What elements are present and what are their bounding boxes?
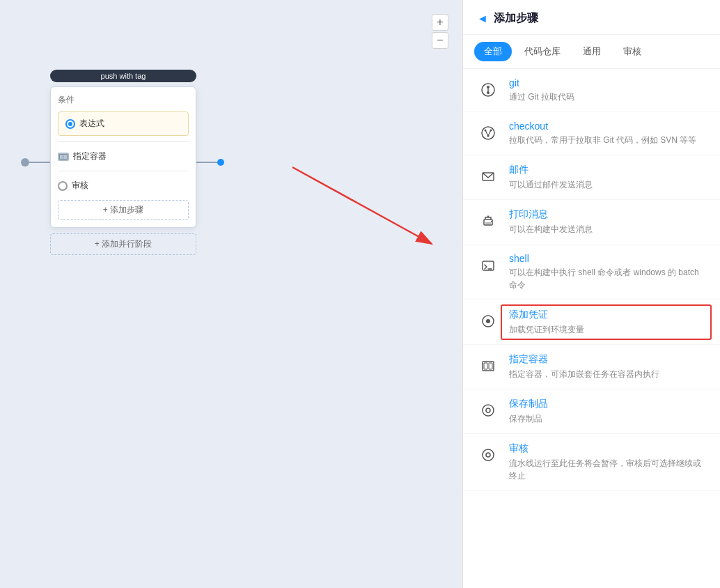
card-header: 条件 [58, 94, 189, 106]
step-desc-print: 可以在构建中发送消息 [509, 223, 706, 235]
svg-rect-1 [60, 155, 63, 159]
filter-tabs: 全部代码仓库通用审核 [463, 35, 720, 69]
add-stage-button[interactable]: + 添加并行阶段 [50, 233, 196, 255]
zoom-in-button[interactable]: + [432, 14, 448, 31]
svg-point-28 [486, 453, 490, 457]
step-name-credential: 添加凭证 [509, 309, 706, 321]
step-item-shell[interactable]: shell可以在构建中执行 shell 命令或者 windows 的 batch… [463, 245, 720, 300]
step-name-container: 指定容器 [509, 353, 706, 366]
step-name-print: 打印消息 [509, 208, 706, 221]
step-info-container: 指定容器指定容器，可添加嵌套任务在容器内执行 [509, 353, 706, 380]
step-icon-print [477, 210, 499, 232]
condition-section: 表达式 [58, 111, 189, 136]
zoom-controls: + − [432, 14, 448, 49]
svg-rect-23 [484, 363, 487, 369]
zoom-out-button[interactable]: − [432, 32, 448, 49]
svg-point-26 [486, 408, 490, 412]
step-name-mail: 邮件 [509, 164, 706, 176]
step-info-git: git通过 Git 拉取代码 [509, 77, 706, 103]
step-item-credential[interactable]: 添加凭证加载凭证到环境变量 [463, 300, 720, 345]
step-desc-container: 指定容器，可添加嵌套任务在容器内执行 [509, 368, 706, 380]
audit-label: 审核 [72, 180, 88, 192]
condition-item: 表达式 [65, 118, 181, 130]
svg-point-6 [487, 91, 490, 94]
tab-code-repo[interactable]: 代码仓库 [515, 42, 570, 61]
step-name-shell: shell [509, 253, 706, 264]
step-desc-git: 通过 Git 拉取代码 [509, 91, 706, 103]
tab-general[interactable]: 通用 [573, 42, 611, 61]
h-line-right [196, 162, 217, 163]
step-list: git通过 Git 拉取代码 checkout拉取代码，常用于拉取非 Git 代… [463, 69, 720, 588]
svg-point-27 [483, 449, 494, 461]
step-desc-shell: 可以在构建中执行 shell 命令或者 windows 的 batch 命令 [509, 266, 706, 291]
stage-card: 条件 表达式 [50, 86, 196, 228]
step-icon-checkout [477, 122, 499, 144]
step-desc-mail: 可以通过邮件发送消息 [509, 178, 706, 191]
svg-line-12 [485, 130, 488, 136]
annotation-arrow [258, 160, 462, 272]
step-desc-audit: 流水线运行至此任务将会暂停，审核后可选择继续或终止 [509, 457, 706, 482]
step-name-checkout: checkout [509, 121, 706, 132]
container-item: 指定容器 [58, 148, 189, 165]
container-label: 指定容器 [73, 150, 107, 162]
step-icon-mail [477, 165, 499, 187]
add-step-button[interactable]: + 添加步骤 [58, 200, 189, 220]
audit-item: 审核 [58, 177, 189, 194]
panel-header: ◄ 添加步骤 [463, 0, 720, 35]
stage-label: push with tag [50, 70, 196, 82]
pipeline-layout: push with tag 条件 表达式 [21, 70, 224, 255]
panel-title: 添加步骤 [494, 11, 538, 26]
svg-rect-16 [485, 222, 491, 224]
step-item-git[interactable]: git通过 Git 拉取代码 [463, 69, 720, 112]
svg-point-5 [487, 86, 490, 88]
step-info-credential: 添加凭证加载凭证到环境变量 [509, 309, 706, 336]
step-item-print[interactable]: 打印消息可以在构建中发送消息 [463, 200, 720, 245]
step-desc-credential: 加载凭证到环境变量 [509, 323, 706, 336]
svg-point-21 [486, 319, 490, 323]
radio-dot-expression[interactable] [65, 119, 75, 129]
tab-all[interactable]: 全部 [474, 42, 512, 61]
step-info-mail: 邮件可以通过邮件发送消息 [509, 164, 706, 191]
step-name-git: git [509, 77, 706, 88]
step-info-audit: 审核流水线运行至此任务将会暂停，审核后可选择继续或终止 [509, 442, 706, 482]
tab-review[interactable]: 审核 [613, 42, 651, 61]
svg-rect-2 [63, 155, 67, 159]
step-info-artifact: 保存制品保存制品 [509, 398, 706, 425]
right-panel: ◄ 添加步骤 全部代码仓库通用审核 git通过 Git 拉取代码 [462, 0, 720, 588]
svg-point-25 [483, 405, 494, 416]
step-icon-shell [477, 254, 499, 277]
back-button[interactable]: ◄ [477, 13, 488, 25]
step-name-artifact: 保存制品 [509, 398, 706, 410]
step-desc-artifact: 保存制品 [509, 412, 706, 425]
step-icon-git [477, 79, 499, 101]
step-icon-container [477, 355, 499, 377]
h-line-left [29, 162, 50, 163]
step-item-audit[interactable]: 审核流水线运行至此任务将会暂停，审核后可选择继续或终止 [463, 434, 720, 491]
start-dot [21, 158, 29, 167]
step-item-mail[interactable]: 邮件可以通过邮件发送消息 [463, 155, 720, 200]
step-info-checkout: checkout拉取代码，常用于拉取非 Git 代码，例如 SVN 等等 [509, 121, 706, 146]
step-item-container[interactable]: 指定容器指定容器，可添加嵌套任务在容器内执行 [463, 345, 720, 389]
step-item-checkout[interactable]: checkout拉取代码，常用于拉取非 Git 代码，例如 SVN 等等 [463, 112, 720, 155]
step-info-print: 打印消息可以在构建中发送消息 [509, 208, 706, 235]
pipeline-area: + − push with tag 条件 表达式 [0, 0, 462, 588]
stage-node: push with tag 条件 表达式 [50, 70, 196, 255]
radio-dot-audit[interactable] [58, 181, 68, 191]
step-info-shell: shell可以在构建中执行 shell 命令或者 windows 的 batch… [509, 253, 706, 291]
end-dot [217, 159, 224, 166]
svg-point-8 [482, 127, 494, 139]
step-desc-checkout: 拉取代码，常用于拉取非 Git 代码，例如 SVN 等等 [509, 134, 706, 146]
step-icon-credential [477, 310, 499, 332]
svg-point-17 [491, 221, 492, 222]
svg-line-13 [488, 130, 491, 136]
step-icon-artifact [477, 399, 499, 421]
condition-label: 表达式 [79, 118, 104, 130]
step-name-audit: 审核 [509, 442, 706, 455]
step-icon-audit [477, 444, 499, 466]
step-item-artifact[interactable]: 保存制品保存制品 [463, 389, 720, 434]
container-icon [58, 153, 69, 161]
svg-rect-24 [489, 363, 492, 369]
